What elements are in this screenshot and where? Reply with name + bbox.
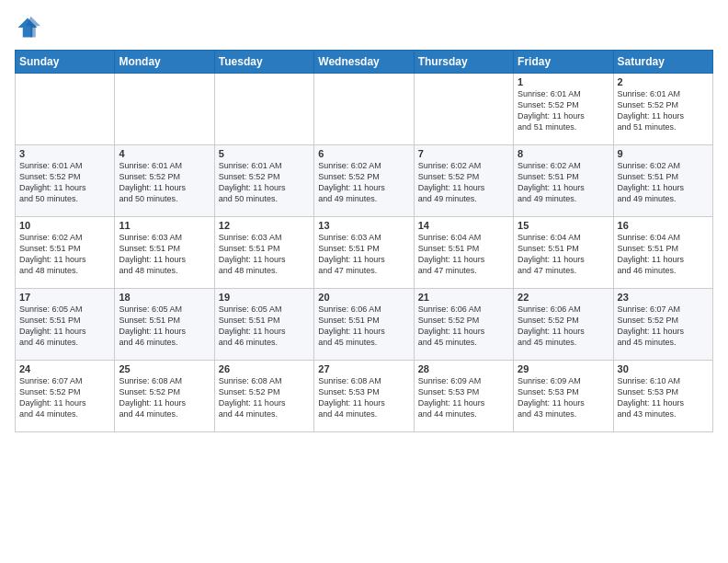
calendar-cell — [214, 74, 313, 145]
calendar-cell: 8Sunrise: 6:02 AM Sunset: 5:51 PM Daylig… — [514, 145, 613, 217]
calendar-cell: 13Sunrise: 6:03 AM Sunset: 5:51 PM Dayli… — [314, 217, 414, 289]
calendar-cell — [16, 74, 115, 145]
calendar-cell: 4Sunrise: 6:01 AM Sunset: 5:52 PM Daylig… — [115, 145, 214, 217]
cell-content: Sunrise: 6:02 AM Sunset: 5:52 PM Dayligh… — [318, 160, 409, 205]
day-number: 8 — [518, 148, 609, 159]
calendar-cell: 15Sunrise: 6:04 AM Sunset: 5:51 PM Dayli… — [514, 217, 613, 289]
day-number: 10 — [19, 220, 110, 231]
cell-content: Sunrise: 6:03 AM Sunset: 5:51 PM Dayligh… — [318, 232, 409, 277]
cell-content: Sunrise: 6:02 AM Sunset: 5:52 PM Dayligh… — [418, 160, 509, 205]
cell-content: Sunrise: 6:08 AM Sunset: 5:52 PM Dayligh… — [119, 375, 210, 420]
calendar-cell: 12Sunrise: 6:03 AM Sunset: 5:51 PM Dayli… — [214, 217, 313, 289]
day-number: 13 — [318, 220, 409, 231]
cell-content: Sunrise: 6:08 AM Sunset: 5:53 PM Dayligh… — [318, 375, 409, 420]
day-number: 4 — [119, 148, 210, 159]
calendar-cell — [414, 74, 513, 145]
weekday-header-saturday: Saturday — [613, 51, 712, 74]
logo-icon — [15, 15, 40, 40]
day-number: 22 — [518, 292, 609, 303]
day-number: 26 — [219, 363, 310, 374]
weekday-header-thursday: Thursday — [414, 51, 513, 74]
calendar-cell: 10Sunrise: 6:02 AM Sunset: 5:51 PM Dayli… — [16, 217, 115, 289]
cell-content: Sunrise: 6:01 AM Sunset: 5:52 PM Dayligh… — [119, 160, 210, 205]
cell-content: Sunrise: 6:10 AM Sunset: 5:53 PM Dayligh… — [618, 375, 709, 420]
day-number: 30 — [618, 363, 709, 374]
calendar-cell: 30Sunrise: 6:10 AM Sunset: 5:53 PM Dayli… — [613, 361, 712, 432]
calendar-cell: 1Sunrise: 6:01 AM Sunset: 5:52 PM Daylig… — [514, 74, 613, 145]
calendar-cell: 2Sunrise: 6:01 AM Sunset: 5:52 PM Daylig… — [613, 74, 712, 145]
page: SundayMondayTuesdayWednesdayThursdayFrid… — [0, 0, 728, 563]
week-row-1: 3Sunrise: 6:01 AM Sunset: 5:52 PM Daylig… — [16, 145, 713, 217]
calendar-cell — [115, 74, 214, 145]
calendar-cell: 29Sunrise: 6:09 AM Sunset: 5:53 PM Dayli… — [514, 361, 613, 432]
day-number: 23 — [618, 292, 709, 303]
day-number: 12 — [219, 220, 310, 231]
day-number: 27 — [318, 363, 409, 374]
weekday-header-wednesday: Wednesday — [314, 51, 414, 74]
day-number: 11 — [119, 220, 210, 231]
weekday-header-tuesday: Tuesday — [214, 51, 313, 74]
day-number: 14 — [418, 220, 509, 231]
calendar-table: SundayMondayTuesdayWednesdayThursdayFrid… — [15, 50, 713, 432]
day-number: 21 — [418, 292, 509, 303]
day-number: 5 — [219, 148, 310, 159]
calendar-cell: 3Sunrise: 6:01 AM Sunset: 5:52 PM Daylig… — [16, 145, 115, 217]
cell-content: Sunrise: 6:05 AM Sunset: 5:51 PM Dayligh… — [119, 304, 210, 349]
calendar-cell: 18Sunrise: 6:05 AM Sunset: 5:51 PM Dayli… — [115, 289, 214, 361]
cell-content: Sunrise: 6:02 AM Sunset: 5:51 PM Dayligh… — [19, 232, 110, 277]
cell-content: Sunrise: 6:06 AM Sunset: 5:52 PM Dayligh… — [518, 304, 609, 349]
cell-content: Sunrise: 6:06 AM Sunset: 5:51 PM Dayligh… — [318, 304, 409, 349]
cell-content: Sunrise: 6:05 AM Sunset: 5:51 PM Dayligh… — [19, 304, 110, 349]
calendar-cell: 11Sunrise: 6:03 AM Sunset: 5:51 PM Dayli… — [115, 217, 214, 289]
calendar-cell: 20Sunrise: 6:06 AM Sunset: 5:51 PM Dayli… — [314, 289, 414, 361]
week-row-0: 1Sunrise: 6:01 AM Sunset: 5:52 PM Daylig… — [16, 74, 713, 145]
day-number: 19 — [219, 292, 310, 303]
calendar-cell: 17Sunrise: 6:05 AM Sunset: 5:51 PM Dayli… — [16, 289, 115, 361]
cell-content: Sunrise: 6:04 AM Sunset: 5:51 PM Dayligh… — [518, 232, 609, 277]
calendar-cell: 28Sunrise: 6:09 AM Sunset: 5:53 PM Dayli… — [414, 361, 513, 432]
calendar-cell: 5Sunrise: 6:01 AM Sunset: 5:52 PM Daylig… — [214, 145, 313, 217]
calendar-body: 1Sunrise: 6:01 AM Sunset: 5:52 PM Daylig… — [16, 74, 713, 432]
cell-content: Sunrise: 6:06 AM Sunset: 5:52 PM Dayligh… — [418, 304, 509, 349]
day-number: 6 — [318, 148, 409, 159]
day-number: 28 — [418, 363, 509, 374]
cell-content: Sunrise: 6:07 AM Sunset: 5:52 PM Dayligh… — [618, 304, 709, 349]
cell-content: Sunrise: 6:03 AM Sunset: 5:51 PM Dayligh… — [119, 232, 210, 277]
calendar-cell: 6Sunrise: 6:02 AM Sunset: 5:52 PM Daylig… — [314, 145, 414, 217]
cell-content: Sunrise: 6:02 AM Sunset: 5:51 PM Dayligh… — [618, 160, 709, 205]
calendar-cell: 25Sunrise: 6:08 AM Sunset: 5:52 PM Dayli… — [115, 361, 214, 432]
cell-content: Sunrise: 6:04 AM Sunset: 5:51 PM Dayligh… — [618, 232, 709, 277]
cell-content: Sunrise: 6:02 AM Sunset: 5:51 PM Dayligh… — [518, 160, 609, 205]
cell-content: Sunrise: 6:07 AM Sunset: 5:52 PM Dayligh… — [19, 375, 110, 420]
weekday-header-sunday: Sunday — [16, 51, 115, 74]
cell-content: Sunrise: 6:04 AM Sunset: 5:51 PM Dayligh… — [418, 232, 509, 277]
week-row-3: 17Sunrise: 6:05 AM Sunset: 5:51 PM Dayli… — [16, 289, 713, 361]
cell-content: Sunrise: 6:09 AM Sunset: 5:53 PM Dayligh… — [518, 375, 609, 420]
calendar-cell: 7Sunrise: 6:02 AM Sunset: 5:52 PM Daylig… — [414, 145, 513, 217]
day-number: 25 — [119, 363, 210, 374]
cell-content: Sunrise: 6:09 AM Sunset: 5:53 PM Dayligh… — [418, 375, 509, 420]
calendar-header: SundayMondayTuesdayWednesdayThursdayFrid… — [16, 51, 713, 74]
calendar-cell: 23Sunrise: 6:07 AM Sunset: 5:52 PM Dayli… — [613, 289, 712, 361]
calendar-cell: 22Sunrise: 6:06 AM Sunset: 5:52 PM Dayli… — [514, 289, 613, 361]
calendar-cell: 9Sunrise: 6:02 AM Sunset: 5:51 PM Daylig… — [613, 145, 712, 217]
calendar-cell: 19Sunrise: 6:05 AM Sunset: 5:51 PM Dayli… — [214, 289, 313, 361]
week-row-4: 24Sunrise: 6:07 AM Sunset: 5:52 PM Dayli… — [16, 361, 713, 432]
day-number: 16 — [618, 220, 709, 231]
day-number: 15 — [518, 220, 609, 231]
header — [15, 15, 713, 40]
week-row-2: 10Sunrise: 6:02 AM Sunset: 5:51 PM Dayli… — [16, 217, 713, 289]
day-number: 2 — [618, 76, 709, 87]
cell-content: Sunrise: 6:08 AM Sunset: 5:52 PM Dayligh… — [219, 375, 310, 420]
cell-content: Sunrise: 6:01 AM Sunset: 5:52 PM Dayligh… — [19, 160, 110, 205]
weekday-row: SundayMondayTuesdayWednesdayThursdayFrid… — [16, 51, 713, 74]
day-number: 18 — [119, 292, 210, 303]
day-number: 17 — [19, 292, 110, 303]
day-number: 9 — [618, 148, 709, 159]
day-number: 1 — [518, 76, 609, 87]
calendar-cell: 24Sunrise: 6:07 AM Sunset: 5:52 PM Dayli… — [16, 361, 115, 432]
logo — [15, 15, 44, 40]
day-number: 24 — [19, 363, 110, 374]
day-number: 29 — [518, 363, 609, 374]
day-number: 7 — [418, 148, 509, 159]
